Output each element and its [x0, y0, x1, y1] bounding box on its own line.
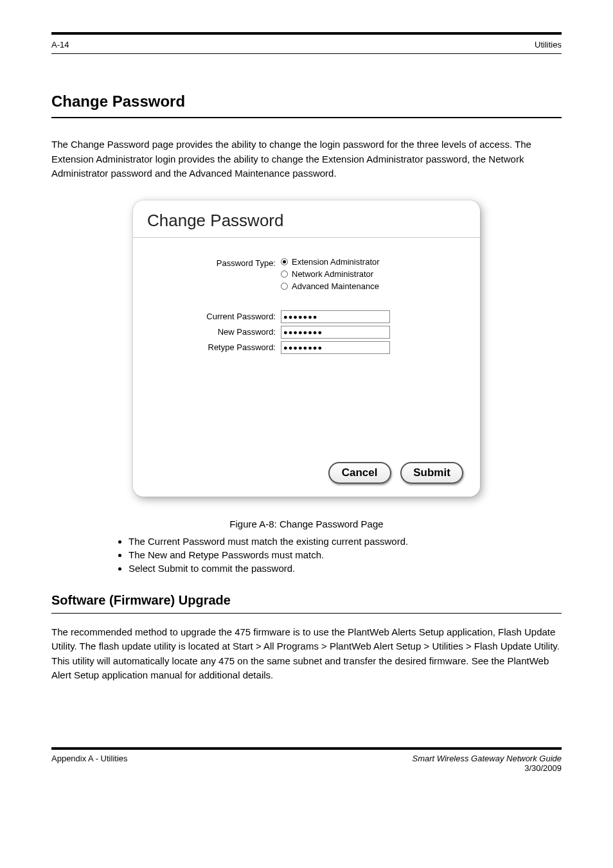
- footer-left: Appendix A - Utilities: [51, 754, 128, 773]
- retype-password-row: Retype Password: ●●●●●●●●: [152, 341, 461, 354]
- new-password-label: New Password:: [152, 326, 281, 337]
- header-right: Utilities: [535, 40, 562, 49]
- new-password-row: New Password: ●●●●●●●●: [152, 326, 461, 339]
- header-rule-thin: [51, 53, 562, 54]
- retype-password-label: Retype Password:: [152, 341, 281, 352]
- chapter-underline: [51, 117, 562, 118]
- header-left: A-14: [51, 40, 69, 49]
- chapter-title: Change Password: [51, 93, 562, 111]
- page-header: A-14 Utilities: [51, 37, 562, 53]
- radio-network-admin[interactable]: Network Administrator: [281, 269, 461, 279]
- footer-rule: [51, 747, 562, 750]
- section-firmware-text: The recommended method to upgrade the 47…: [51, 625, 562, 683]
- radio-label: Network Administrator: [292, 269, 373, 279]
- current-password-row: Current Password: ●●●●●●●: [152, 310, 461, 323]
- change-password-panel: Change Password Password Type: Extension…: [133, 200, 480, 497]
- current-password-label: Current Password:: [152, 310, 281, 321]
- password-type-options: Extension Administrator Network Administ…: [281, 257, 461, 294]
- figure-caption: Figure A-8: Change Password Page: [51, 518, 562, 529]
- panel-body: Password Type: Extension Administrator N…: [133, 238, 480, 453]
- password-type-row: Password Type: Extension Administrator N…: [152, 257, 461, 294]
- current-password-input[interactable]: ●●●●●●●: [281, 310, 390, 323]
- header-rule-thick: [51, 32, 562, 35]
- list-item: Select Submit to commit the password.: [129, 563, 562, 574]
- chapter-intro: The Change Password page provides the ab…: [51, 137, 562, 181]
- submit-button[interactable]: Submit: [400, 462, 463, 484]
- cancel-button[interactable]: Cancel: [328, 462, 391, 484]
- radio-advanced-maintenance[interactable]: Advanced Maintenance: [281, 281, 461, 291]
- page-footer: Appendix A - Utilities Smart Wireless Ga…: [51, 747, 562, 773]
- retype-password-input[interactable]: ●●●●●●●●: [281, 341, 390, 354]
- figure-wrapper: Change Password Password Type: Extension…: [51, 200, 562, 499]
- list-item: The Current Password must match the exis…: [129, 536, 562, 547]
- radio-label: Advanced Maintenance: [292, 281, 379, 291]
- bullet-list: The Current Password must match the exis…: [51, 536, 562, 574]
- footer-date: 3/30/2009: [524, 763, 562, 773]
- list-item: The New and Retype Passwords must match.: [129, 549, 562, 560]
- section-underline: [51, 613, 562, 614]
- section-title-firmware: Software (Firmware) Upgrade: [51, 593, 562, 608]
- radio-extension-admin[interactable]: Extension Administrator: [281, 257, 461, 267]
- new-password-input[interactable]: ●●●●●●●●: [281, 326, 390, 339]
- radio-icon: [281, 258, 288, 265]
- panel-title: Change Password: [147, 211, 466, 231]
- footer-guide-name: Smart Wireless Gateway Network Guide: [412, 754, 562, 763]
- panel-header: Change Password: [133, 200, 480, 238]
- panel-footer: Cancel Submit: [133, 453, 480, 497]
- password-type-label: Password Type:: [152, 257, 281, 268]
- radio-label: Extension Administrator: [292, 257, 380, 267]
- radio-icon: [281, 270, 288, 278]
- radio-icon: [281, 283, 288, 290]
